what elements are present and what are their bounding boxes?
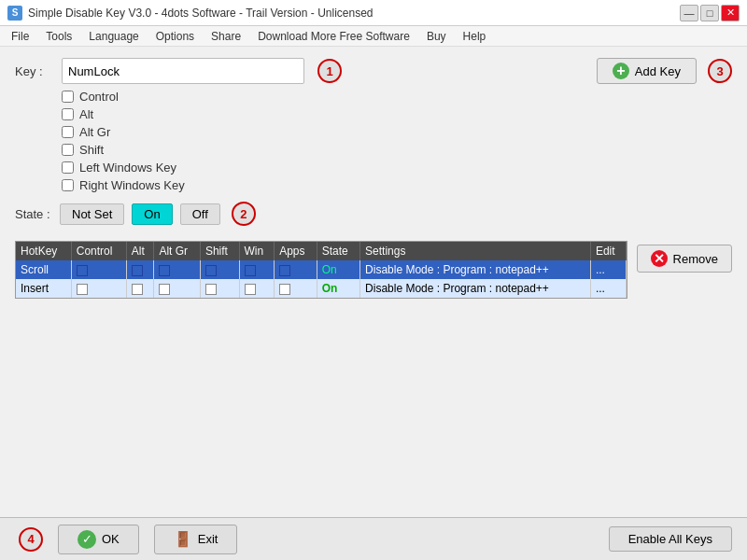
menu-item-download-more-free-software[interactable]: Download More Free Software [250, 28, 417, 45]
key-input[interactable] [62, 58, 304, 84]
menu-item-buy[interactable]: Buy [419, 28, 454, 45]
title-bar: S Simple Disable Key V3.0 - 4dots Softwa… [0, 0, 747, 26]
col-hotkey: HotKey [16, 242, 71, 260]
col-settings: Settings [360, 242, 591, 260]
ok-button[interactable]: ✓ OK [58, 525, 139, 554]
modifiers-area: Control Alt Alt Gr Shift Left Windows Ke… [62, 90, 732, 192]
col-shift: Shift [200, 242, 239, 260]
minimize-button[interactable]: — [680, 5, 698, 21]
col-alt: Alt [126, 242, 154, 260]
key-row: Key : 1 + Add Key 3 [15, 58, 732, 84]
col-win: Win [239, 242, 275, 260]
menu-bar: FileToolsLanguageOptionsShareDownload Mo… [0, 26, 747, 47]
lwin-label: Left Windows Key [79, 161, 176, 175]
exit-button[interactable]: 🚪 Exit [154, 525, 238, 554]
mini-checkbox [132, 265, 143, 276]
menu-item-options[interactable]: Options [148, 28, 202, 45]
badge-4: 4 [19, 527, 43, 552]
bottom-area: HotKey Control Alt Alt Gr Shift Win Apps… [15, 235, 732, 299]
state-off-button[interactable]: Off [180, 203, 220, 225]
table-header-row: HotKey Control Alt Alt Gr Shift Win Apps… [16, 242, 626, 260]
main-content: Key : 1 + Add Key 3 Control Alt Alt Gr S… [0, 47, 747, 517]
alt-checkbox[interactable] [62, 108, 74, 120]
mini-checkbox [132, 284, 143, 295]
rwin-checkbox[interactable] [62, 179, 74, 191]
mini-checkbox [279, 284, 290, 295]
state-on-button[interactable]: On [132, 203, 172, 225]
altgr-label: Alt Gr [79, 125, 110, 139]
table-section: HotKey Control Alt Alt Gr Shift Win Apps… [15, 235, 627, 299]
menu-item-language[interactable]: Language [81, 28, 146, 45]
mini-checkbox [205, 265, 217, 276]
state-label: State : [15, 207, 52, 221]
badge-3: 3 [708, 59, 732, 83]
hotkeys-table: HotKey Control Alt Alt Gr Shift Win Apps… [16, 242, 627, 298]
badge-2: 2 [232, 202, 256, 226]
ok-label: OK [102, 532, 120, 546]
remove-icon: ✕ [651, 250, 668, 267]
remove-section: ✕ Remove [637, 235, 732, 299]
add-key-label: Add Key [635, 64, 681, 78]
menu-item-help[interactable]: Help [456, 28, 494, 45]
shift-checkbox[interactable] [62, 144, 74, 156]
col-state: State [317, 242, 359, 260]
hotkeys-table-container[interactable]: HotKey Control Alt Alt Gr Shift Win Apps… [15, 241, 627, 299]
key-label: Key : [15, 64, 52, 78]
altgr-checkbox-row: Alt Gr [62, 125, 732, 139]
remove-label: Remove [673, 252, 718, 266]
col-apps: Apps [275, 242, 317, 260]
remove-button[interactable]: ✕ Remove [637, 245, 732, 273]
menu-item-share[interactable]: Share [204, 28, 248, 45]
shift-checkbox-row: Shift [62, 143, 732, 157]
window-title: Simple Disable Key V3.0 - 4dots Software… [28, 7, 374, 20]
enable-all-label: Enable All Keys [628, 532, 712, 546]
footer: 4 ✓ OK 🚪 Exit Enable All Keys [0, 517, 747, 560]
close-button[interactable]: ✕ [721, 5, 740, 21]
control-label: Control [79, 90, 119, 104]
mini-checkbox [159, 265, 170, 276]
menu-item-tools[interactable]: Tools [38, 28, 79, 45]
alt-label: Alt [79, 107, 93, 121]
col-control: Control [71, 242, 126, 260]
altgr-checkbox[interactable] [62, 126, 74, 138]
window-controls: — □ ✕ [680, 5, 740, 21]
mini-checkbox [77, 265, 88, 276]
enable-all-button[interactable]: Enable All Keys [609, 526, 732, 552]
mini-checkbox [279, 265, 290, 276]
table-row[interactable]: ScrollOnDisable Mode : Program : notepad… [16, 260, 626, 279]
mini-checkbox [205, 284, 217, 295]
add-icon: + [613, 63, 629, 79]
shift-label: Shift [79, 143, 104, 157]
mini-checkbox [77, 284, 88, 295]
exit-icon: 🚪 [174, 530, 192, 549]
mini-checkbox [159, 284, 170, 295]
mini-checkbox [245, 284, 256, 295]
control-checkbox[interactable] [62, 91, 74, 103]
mini-checkbox [245, 265, 256, 276]
lwin-checkbox[interactable] [62, 161, 74, 174]
control-checkbox-row: Control [62, 90, 732, 104]
table-row[interactable]: InsertOnDisable Mode : Program : notepad… [16, 279, 626, 298]
ok-icon: ✓ [78, 530, 96, 549]
col-edit: Edit [590, 242, 626, 260]
menu-item-file[interactable]: File [4, 28, 36, 45]
col-altgr: Alt Gr [154, 242, 201, 260]
lwin-checkbox-row: Left Windows Key [62, 161, 732, 175]
state-notset-button[interactable]: Not Set [60, 203, 124, 225]
app-icon: S [7, 6, 22, 21]
badge-1: 1 [317, 59, 342, 83]
exit-label: Exit [198, 532, 218, 546]
rwin-label: Right Windows Key [79, 178, 185, 192]
alt-checkbox-row: Alt [62, 107, 732, 121]
maximize-button[interactable]: □ [700, 5, 719, 21]
state-row: State : Not Set On Off 2 [15, 202, 732, 226]
rwin-checkbox-row: Right Windows Key [62, 178, 732, 192]
add-key-button[interactable]: + Add Key [597, 58, 697, 84]
